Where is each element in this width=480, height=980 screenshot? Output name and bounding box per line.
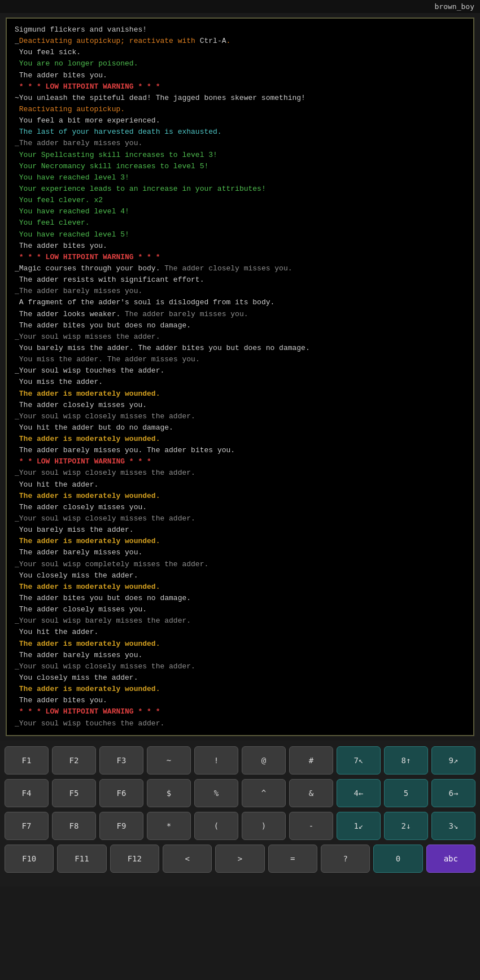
key-_[interactable]: ~ [147, 746, 191, 775]
terminal-line: You hit the adder but do no damage. [15, 422, 465, 434]
terminal-line: The adder is moderately wounded. [15, 536, 465, 547]
terminal-line: You have reached level 5! [15, 229, 465, 240]
terminal-line: The adder is moderately wounded. [15, 388, 465, 400]
key-F10[interactable]: F10 [5, 845, 54, 873]
terminal-line: * * * LOW HITPOINT WARNING * * * [15, 81, 465, 93]
terminal-line: The adder bites you. [15, 240, 465, 252]
terminal-line: You feel clever. [15, 217, 465, 229]
terminal-line: You barely miss the adder. [15, 524, 465, 536]
terminal-line: The adder is moderately wounded. [15, 684, 465, 695]
terminal-line: _Your soul wisp touches the adder. [15, 365, 465, 377]
key-2_[interactable]: 2↓ [384, 812, 428, 840]
key-_[interactable]: < [163, 845, 212, 873]
terminal-line: The adder looks weaker. The adder barely… [15, 309, 465, 320]
terminal-line: _Your soul wisp touches the adder. [15, 718, 465, 729]
key-7_[interactable]: 7↖ [337, 746, 381, 775]
terminal-line: _Your soul wisp barely misses the adder. [15, 615, 465, 627]
key-5[interactable]: 5 [384, 779, 428, 807]
terminal-line: You miss the adder. The adder misses you… [15, 354, 465, 365]
terminal-line: * * * LOW HITPOINT WARNING * * * [15, 252, 465, 263]
key-0[interactable]: 0 [373, 845, 422, 873]
key-_[interactable]: * [147, 812, 191, 840]
key-_[interactable]: % [194, 779, 238, 807]
terminal-line: The adder closely misses you. [15, 400, 465, 411]
key-row-1: F4F5F6$%^&4←56→ [5, 779, 475, 807]
key-F4[interactable]: F4 [5, 779, 49, 807]
key-_[interactable]: # [289, 746, 333, 775]
key-F2[interactable]: F2 [52, 746, 96, 775]
key-_[interactable]: > [215, 845, 264, 873]
terminal-line: You feel sick. [15, 47, 465, 58]
key-9_[interactable]: 9↗ [431, 746, 475, 775]
terminal-line: You feel a bit more experienced. [15, 115, 465, 126]
terminal-line: _The adder barely misses you. [15, 138, 465, 149]
header-bar: brown_boy [0, 0, 480, 13]
terminal-line: _Your soul wisp closely misses the adder… [15, 467, 465, 479]
terminal-line: _Magic courses through your body. The ad… [15, 263, 465, 274]
key-_[interactable]: ^ [242, 779, 286, 807]
terminal-line: _Deactivating autopickup; reactivate wit… [15, 36, 465, 47]
terminal-line: You feel clever. x2 [15, 195, 465, 206]
terminal-line: Reactivating autopickup. [15, 104, 465, 115]
key-_[interactable]: ? [321, 845, 370, 873]
keyboard-panel: F1F2F3~!@#7↖8↑9↗F4F5F6$%^&4←56→F7F8F9*()… [0, 741, 480, 886]
key-F3[interactable]: F3 [99, 746, 143, 775]
terminal-line: The adder bites you but does no damage. [15, 320, 465, 331]
key-row-2: F7F8F9*()-1↙2↓3↘ [5, 812, 475, 840]
terminal-line: The adder is moderately wounded. [15, 581, 465, 593]
terminal-line: The adder barely misses you. The adder b… [15, 445, 465, 456]
key-row-0: F1F2F3~!@#7↖8↑9↗ [5, 746, 475, 775]
key-4_[interactable]: 4← [337, 779, 381, 807]
key-_[interactable]: ) [242, 812, 286, 840]
terminal-line: The adder is moderately wounded. [15, 638, 465, 650]
terminal-line: The adder bites you but does no damage. [15, 593, 465, 604]
terminal-line: _The adder barely misses you. [15, 286, 465, 297]
terminal-line: * * LOW HITPOINT WARNING * * * [15, 456, 465, 467]
terminal-line: _Your soul wisp closely misses the adder… [15, 513, 465, 524]
key-F6[interactable]: F6 [99, 779, 143, 807]
username-label: brown_boy [435, 2, 474, 11]
terminal-line: The adder bites you. [15, 70, 465, 81]
key-_[interactable]: = [268, 845, 317, 873]
key-F7[interactable]: F7 [5, 812, 49, 840]
key-6_[interactable]: 6→ [431, 779, 475, 807]
terminal-line: You closely miss the adder. [15, 672, 465, 684]
terminal-line: The adder barely misses you. [15, 547, 465, 558]
terminal-line: The adder resists with significant effor… [15, 274, 465, 286]
terminal-line: _Your soul wisp completely misses the ad… [15, 559, 465, 570]
key-F8[interactable]: F8 [52, 812, 96, 840]
key-F11[interactable]: F11 [57, 845, 106, 873]
terminal-line: You have reached level 3! [15, 172, 465, 183]
key-8_[interactable]: 8↑ [384, 746, 428, 775]
terminal-line: You closely miss the adder. [15, 570, 465, 581]
terminal-line: The adder closely misses you. [15, 502, 465, 513]
terminal-line: A fragment of the adder's soul is dislod… [15, 297, 465, 308]
terminal-line: The last of your harvested death is exha… [15, 126, 465, 138]
terminal-line: You have reached level 4! [15, 206, 465, 217]
key-_[interactable]: $ [147, 779, 191, 807]
terminal-line: The adder barely misses you. [15, 650, 465, 661]
key-F9[interactable]: F9 [99, 812, 143, 840]
terminal-line: The adder is moderately wounded. [15, 434, 465, 445]
key-F12[interactable]: F12 [110, 845, 159, 873]
terminal-line: The adder closely misses you. [15, 604, 465, 615]
terminal-line: You hit the adder. [15, 627, 465, 638]
key-3_[interactable]: 3↘ [431, 812, 475, 840]
key-_[interactable]: @ [242, 746, 286, 775]
terminal-line: Sigmund flickers and vanishes! [15, 24, 465, 36]
key-_[interactable]: ! [194, 746, 238, 775]
key-1_[interactable]: 1↙ [337, 812, 381, 840]
key-F5[interactable]: F5 [52, 779, 96, 807]
key-abc[interactable]: abc [426, 845, 475, 873]
terminal-line: * * * LOW HITPOINT WARNING * * * [15, 706, 465, 718]
terminal-line: ~You unleash the spiteful dead! The jagg… [15, 93, 465, 104]
terminal-line: The adder bites you. [15, 695, 465, 706]
terminal-line: _Your soul wisp closely misses the adder… [15, 411, 465, 422]
key-row-3: F10F11F12<>=?0abc [5, 845, 475, 873]
key-_[interactable]: & [289, 779, 333, 807]
key-F1[interactable]: F1 [5, 746, 49, 775]
key-_[interactable]: - [289, 812, 333, 840]
key-_[interactable]: ( [194, 812, 238, 840]
terminal-line: You miss the adder. [15, 377, 465, 388]
terminal-line: _Your soul wisp closely misses the adder… [15, 661, 465, 672]
